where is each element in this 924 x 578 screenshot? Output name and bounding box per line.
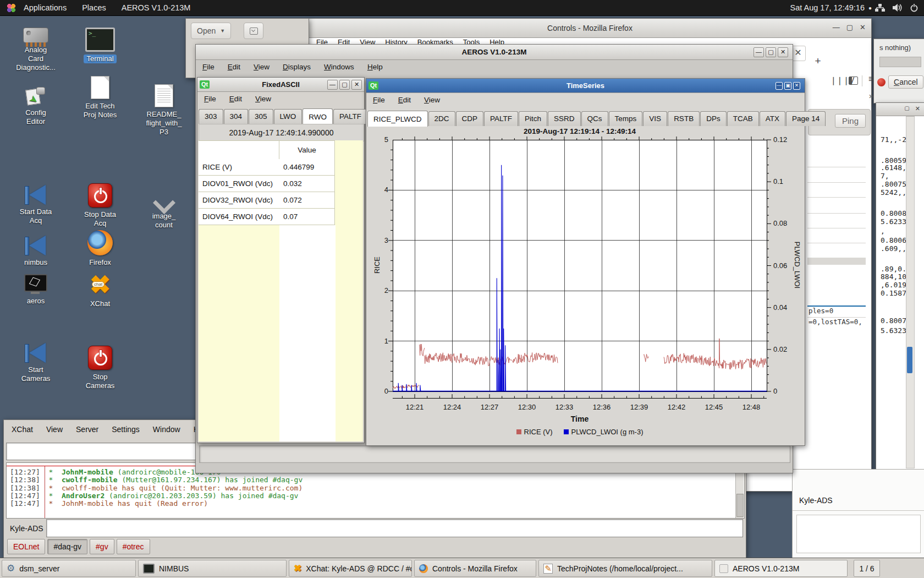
maximize-icon[interactable]: ▣ xyxy=(784,82,791,90)
tab-ssrd[interactable]: SSRD xyxy=(548,111,581,126)
desktop-icon-stop-cameras[interactable]: StopCameras xyxy=(68,346,132,390)
topbar-menu-applications[interactable]: Applications xyxy=(16,0,74,15)
close-icon[interactable]: ✕ xyxy=(351,80,362,90)
minimize-icon[interactable]: — xyxy=(833,23,840,31)
xchat-menu-xchat[interactable]: XChat xyxy=(12,425,33,434)
tab-vis[interactable]: VIS xyxy=(643,111,667,126)
open-button[interactable]: Open ▼ xyxy=(191,23,231,39)
clock[interactable]: Sat Aug 17, 12:49:16 ● xyxy=(790,0,872,15)
close-icon[interactable]: ✕ xyxy=(793,82,800,90)
taskbar-item-aeros-v1-0-213m[interactable]: AEROS V1.0-213M xyxy=(714,560,848,577)
channel-tab-eolnet[interactable]: EOLnet xyxy=(7,539,45,554)
desktop-icon-xchat[interactable]: ✖chatXChat xyxy=(68,272,132,308)
tab-2dc[interactable]: 2DC xyxy=(428,111,455,126)
tab-pitch[interactable]: Pitch xyxy=(519,111,547,126)
timeseries-menu-file[interactable]: File xyxy=(373,96,385,104)
save-as-button[interactable] xyxy=(244,23,263,39)
fixedascii-titlebar[interactable]: Qt FixedASCII — ▢ ✕ xyxy=(197,78,364,92)
new-tab-button[interactable]: + xyxy=(812,55,824,67)
cancel-button[interactable]: Cancel xyxy=(888,75,923,89)
desktop-icon-start-data-acq[interactable]: Start DataAcq xyxy=(4,185,68,225)
desktop-icon-firefox[interactable]: Firefox xyxy=(68,230,132,267)
desktop-icon-nimbus[interactable]: nimbus xyxy=(4,236,68,267)
bookmarks-overflow-icon[interactable]: » xyxy=(869,91,873,100)
tab-temps[interactable]: Temps xyxy=(609,111,643,126)
desktop-icon-config-editor[interactable]: ➤ConfigEditor xyxy=(4,87,68,126)
chat-input[interactable] xyxy=(46,519,743,537)
desktop-icon-aeros[interactable]: aeros xyxy=(4,274,68,306)
tab-cdp[interactable]: CDP xyxy=(456,111,484,126)
scrollbar-thumb[interactable] xyxy=(907,347,912,373)
tab-303[interactable]: 303 xyxy=(199,109,223,124)
workspace-pager[interactable]: 1 / 6 xyxy=(854,560,880,577)
taskbar-item-controls-mozilla-firefox[interactable]: Controls - Mozilla Firefox xyxy=(414,560,536,577)
xchat-menu-window[interactable]: Window xyxy=(153,425,180,434)
scrollbar[interactable] xyxy=(906,116,915,468)
taskbar-item-techprojnotes-home-local-project[interactable]: ✎TechProjNotes (/home/local/project... xyxy=(538,560,712,577)
xchat-menu-view[interactable]: View xyxy=(46,425,63,434)
tab-page-14[interactable]: Page 14 xyxy=(786,111,826,126)
data-stream-titlebar[interactable]: ▢ ✕ xyxy=(876,103,924,116)
mdi-scrollbar[interactable] xyxy=(199,445,790,463)
minimize-icon[interactable]: — xyxy=(327,80,338,90)
xchat-menu-server[interactable]: Server xyxy=(76,425,98,434)
network-icon[interactable] xyxy=(875,3,885,12)
minimize-icon[interactable]: — xyxy=(754,47,764,57)
desktop-icon-stop-data-acq[interactable]: Stop DataAcq xyxy=(68,183,132,228)
tab-qcs[interactable]: QCs xyxy=(581,111,608,126)
tab-lwo[interactable]: LWO xyxy=(274,109,302,124)
aeros-menu-help[interactable]: Help xyxy=(367,63,383,71)
tab-304[interactable]: 304 xyxy=(224,109,249,124)
aeros-menu-view[interactable]: View xyxy=(254,63,270,71)
desktop-icon-edit-tech-proj-notes[interactable]: Edit TechProj Notes xyxy=(68,76,132,119)
desktop-icon-readme-flight-with-p3[interactable]: README_flight_with_P3 xyxy=(132,84,196,137)
tab-paltf[interactable]: PALTF xyxy=(333,109,367,124)
topic-input[interactable] xyxy=(6,443,197,460)
scrollbar-thumb[interactable] xyxy=(736,494,744,517)
maximize-icon[interactable]: ▢ xyxy=(766,47,776,57)
timeseries-menu-edit[interactable]: Edit xyxy=(398,96,411,104)
close-icon[interactable]: ✕ xyxy=(915,105,920,112)
ping-button[interactable]: Ping xyxy=(835,114,866,128)
desktop-icon-image-count[interactable]: image_count xyxy=(132,195,196,230)
desktop-icon-analog-card-diagnostic[interactable]: AnalogCardDiagnostic... xyxy=(4,28,68,72)
channel-tab-gv[interactable]: #gv xyxy=(90,539,114,554)
tab-305[interactable]: 305 xyxy=(249,109,273,124)
aeros-menu-windows[interactable]: Windows xyxy=(324,63,354,71)
topbar-menu-aeros-v1-0-213m[interactable]: AEROS V1.0-213M xyxy=(114,0,199,15)
desktop-icon-start-cameras[interactable]: StartCameras xyxy=(4,343,68,383)
aeros-menu-displays[interactable]: Displays xyxy=(283,63,311,71)
firefox-titlebar[interactable]: Controls - Mozilla Firefox — ▢ ✕ xyxy=(309,19,871,38)
close-icon[interactable]: ✕ xyxy=(778,47,788,57)
tab-rice-plwcd[interactable]: RICE_PLWCD xyxy=(367,111,428,127)
aeros-menu-file[interactable]: File xyxy=(202,63,215,71)
sidebar-icon[interactable] xyxy=(849,77,858,85)
tab-tcab[interactable]: TCAB xyxy=(727,111,759,126)
tab-paltf[interactable]: PALTF xyxy=(484,111,518,126)
userlist-nick[interactable]: Kyle-ADS xyxy=(799,496,833,505)
volume-icon[interactable] xyxy=(892,3,903,12)
chart-area[interactable]: 2019-Aug-17 12:19:14 - 12:49:14 RICE PLW… xyxy=(366,126,805,445)
topbar-menu-places[interactable]: Places xyxy=(74,0,114,15)
aeros-titlebar[interactable]: AEROS V1.0-213M — ▢ ✕ xyxy=(196,45,793,60)
desktop-icon-terminal[interactable]: >_Terminal xyxy=(68,28,132,63)
fixedascii-menu-edit[interactable]: Edit xyxy=(229,95,242,103)
taskbar-item-dsm-server[interactable]: ⚙dsm_server xyxy=(2,560,136,577)
maximize-icon[interactable]: ▢ xyxy=(904,105,909,112)
taskbar-item-xchat-kyle-ads-rdcc-daq-gv[interactable]: ✖XChat: Kyle-ADS @ RDCC / #daq-gv... xyxy=(289,560,412,577)
tab-rstb[interactable]: RSTB xyxy=(668,111,700,126)
channel-tab-otrec[interactable]: #otrec xyxy=(117,539,150,554)
tab-rwo[interactable]: RWO xyxy=(302,108,333,124)
timeseries-titlebar[interactable]: Qt TimeSeries — ▣ ✕ xyxy=(366,79,805,93)
selected-row[interactable] xyxy=(807,258,866,265)
maximize-icon[interactable]: ▢ xyxy=(846,23,853,31)
tab-dps[interactable]: DPs xyxy=(700,111,727,126)
close-icon[interactable]: ✕ xyxy=(860,23,866,31)
power-icon[interactable] xyxy=(910,3,919,12)
minimize-icon[interactable]: — xyxy=(776,82,783,90)
taskbar-item-nimbus[interactable]: NIMBUS xyxy=(138,560,287,577)
tab-atx[interactable]: ATX xyxy=(760,111,785,126)
fixedascii-menu-view[interactable]: View xyxy=(255,95,271,103)
xchat-menu-settings[interactable]: Settings xyxy=(112,425,140,434)
fixedascii-menu-file[interactable]: File xyxy=(204,95,216,103)
